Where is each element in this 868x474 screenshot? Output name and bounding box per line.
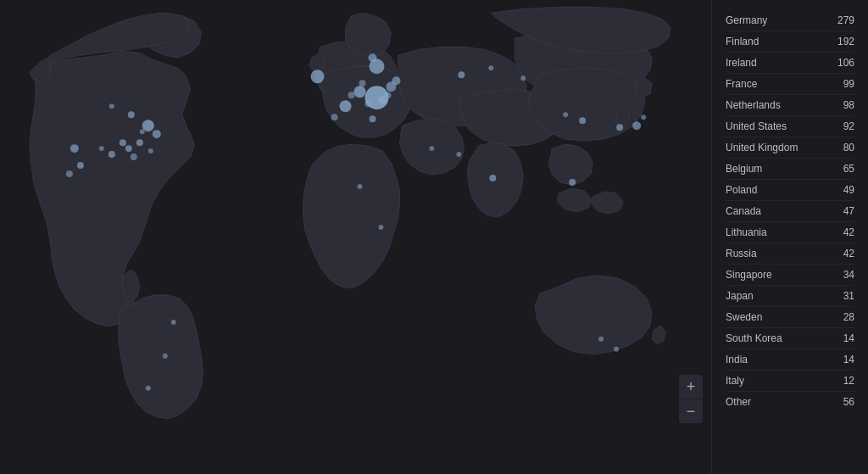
legend-item: Netherlands98 <box>726 95 854 116</box>
legend-country-name: Canada <box>726 205 761 217</box>
svg-point-31 <box>458 71 465 78</box>
legend-country-name: Netherlands <box>726 99 781 111</box>
legend-country-count: 34 <box>843 269 854 281</box>
legend-country-name: Singapore <box>726 269 772 281</box>
svg-point-29 <box>148 148 153 153</box>
legend-item: Germany279 <box>726 10 854 31</box>
legend-country-name: France <box>726 78 757 90</box>
svg-point-3 <box>311 70 325 83</box>
zoom-out-button[interactable]: − <box>679 399 703 423</box>
legend-country-count: 42 <box>843 248 854 259</box>
legend-country-name: United Kingdom <box>726 142 798 153</box>
legend-item: Poland49 <box>726 180 854 201</box>
legend-country-name: Other <box>726 396 751 408</box>
legend-country-count: 47 <box>843 205 854 217</box>
legend-country-name: Poland <box>726 184 757 196</box>
svg-point-5 <box>354 86 366 98</box>
legend-country-name: Japan <box>726 290 754 302</box>
legend-country-count: 279 <box>837 14 854 26</box>
legend-item: Belgium65 <box>726 159 854 180</box>
svg-point-20 <box>70 144 79 153</box>
svg-point-18 <box>136 139 143 146</box>
svg-point-47 <box>378 225 383 230</box>
legend-panel: Germany279Finland192Ireland106France99Ne… <box>711 0 868 474</box>
svg-point-9 <box>369 115 376 122</box>
svg-point-27 <box>128 111 135 118</box>
legend-country-count: 56 <box>843 396 854 408</box>
svg-point-41 <box>598 337 604 342</box>
svg-point-22 <box>66 170 73 177</box>
legend-country-count: 12 <box>843 375 854 387</box>
legend-country-name: India <box>726 354 748 365</box>
svg-point-37 <box>579 117 586 124</box>
svg-point-21 <box>77 162 84 169</box>
legend-item: India14 <box>726 349 854 371</box>
svg-point-30 <box>140 129 145 134</box>
legend-item: Japan31 <box>726 286 854 307</box>
legend-country-name: Finland <box>726 36 759 47</box>
svg-point-7 <box>392 76 400 85</box>
svg-point-34 <box>632 121 641 130</box>
legend-country-count: 99 <box>843 78 854 90</box>
legend-item: Canada47 <box>726 201 854 222</box>
legend-country-count: 31 <box>843 290 854 302</box>
legend-item: Singapore34 <box>726 265 854 286</box>
legend-country-count: 14 <box>843 354 854 365</box>
svg-point-44 <box>163 354 168 359</box>
legend-country-name: Germany <box>726 14 767 26</box>
legend-country-name: Belgium <box>726 163 762 175</box>
svg-point-24 <box>108 151 115 158</box>
legend-item: Lithuania42 <box>726 222 854 243</box>
legend-country-name: South Korea <box>726 332 782 344</box>
legend-country-name: United States <box>726 120 787 132</box>
legend-country-count: 49 <box>843 184 854 196</box>
legend-country-count: 28 <box>843 311 854 323</box>
legend-item: Italy12 <box>726 371 854 392</box>
svg-point-33 <box>520 75 526 81</box>
legend-country-count: 106 <box>837 57 854 69</box>
legend-item: United States92 <box>726 116 854 137</box>
svg-point-26 <box>99 146 104 151</box>
legend-country-count: 192 <box>837 36 854 47</box>
svg-point-45 <box>146 386 151 391</box>
svg-point-49 <box>456 152 461 157</box>
legend-item: United Kingdom80 <box>726 137 854 159</box>
legend-country-count: 80 <box>843 142 854 153</box>
map-controls: + − <box>679 375 703 423</box>
svg-point-13 <box>384 92 391 98</box>
legend-item: France99 <box>726 74 854 95</box>
svg-point-46 <box>357 184 362 189</box>
svg-point-40 <box>489 175 496 181</box>
legend-item: Russia42 <box>726 243 854 265</box>
svg-point-23 <box>120 139 126 146</box>
svg-point-39 <box>569 179 576 186</box>
svg-point-10 <box>331 114 338 120</box>
svg-point-36 <box>616 124 623 131</box>
legend-country-count: 65 <box>843 163 854 175</box>
svg-point-12 <box>364 100 371 107</box>
svg-point-38 <box>563 112 568 117</box>
legend-country-name: Russia <box>726 248 757 259</box>
legend-item: Other56 <box>726 392 854 412</box>
svg-point-14 <box>359 80 365 86</box>
map-container: + − <box>0 0 711 474</box>
legend-country-count: 98 <box>843 99 854 111</box>
zoom-in-button[interactable]: + <box>679 375 703 399</box>
svg-point-42 <box>614 347 619 352</box>
svg-point-17 <box>153 130 161 138</box>
svg-point-25 <box>131 153 137 160</box>
legend-country-count: 42 <box>843 226 854 238</box>
svg-point-35 <box>641 114 646 120</box>
svg-point-19 <box>125 145 132 152</box>
legend-item: Sweden28 <box>726 307 854 328</box>
legend-country-name: Sweden <box>726 311 762 323</box>
svg-point-32 <box>488 65 493 70</box>
svg-point-43 <box>171 320 176 325</box>
legend-country-name: Lithuania <box>726 226 767 238</box>
svg-point-4 <box>340 100 352 112</box>
legend-item: Ireland106 <box>726 53 854 74</box>
legend-country-count: 92 <box>843 120 854 132</box>
legend-country-name: Ireland <box>726 57 757 69</box>
svg-point-15 <box>348 92 355 98</box>
svg-point-28 <box>109 103 114 109</box>
